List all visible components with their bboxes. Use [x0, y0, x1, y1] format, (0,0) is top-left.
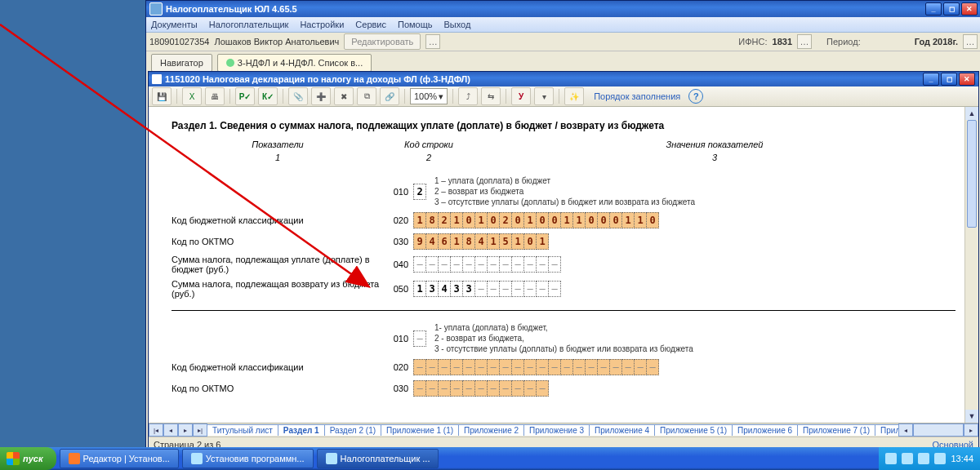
menu-service[interactable]: Сервис — [355, 20, 386, 29]
scroll-up-icon[interactable]: ▲ — [965, 107, 978, 120]
document-list-tab[interactable]: 3-НДФЛ и 4-НДФЛ. Список в... — [217, 54, 372, 72]
doc-minimize-button[interactable]: _ — [923, 73, 939, 86]
info-row: 180901027354 Лошаков Виктор Анатольевич … — [146, 33, 980, 51]
ifns-value: 1831 — [773, 37, 792, 47]
field-b030[interactable]: ––––––––––– — [413, 380, 549, 397]
upload-button[interactable]: У — [511, 87, 531, 105]
field-b020[interactable]: –––––––––––––––––––– — [413, 359, 659, 375]
start-button[interactable]: пуск — [0, 447, 56, 470]
row-b010: 010 – 1- уплата (доплата) в бюджет, 2 - … — [172, 322, 956, 354]
system-tray[interactable]: 13:44 — [879, 447, 980, 470]
col-num-1: 1 — [172, 153, 384, 162]
zoom-select[interactable]: 100%▾ — [410, 88, 448, 104]
tab-prev-icon[interactable]: ◂ — [163, 423, 178, 437]
legend-b010: 1- уплата (доплата) в бюджет, 2 - возвра… — [434, 322, 693, 354]
sheet-tab[interactable]: Приложение 5 (1) — [654, 424, 733, 436]
sheet-tab[interactable]: Приложение 3 — [523, 424, 590, 436]
scroll-down-icon[interactable]: ▼ — [965, 410, 978, 423]
sheet-tab[interactable]: Приложение 8 — [875, 424, 898, 436]
taxpayer-id: 180901027354 — [149, 37, 209, 47]
field-020[interactable]: 18210102010011000110 — [413, 212, 659, 228]
tray-icon-4[interactable] — [934, 453, 946, 464]
sheet-tab[interactable]: Приложение 7 (1) — [797, 424, 875, 436]
col-header-2: Код строки — [384, 140, 474, 149]
sheet-tabs: Титульный листРаздел 1Раздел 2 (1)Прилож… — [207, 424, 898, 436]
tab-first-icon[interactable]: |◂ — [149, 423, 163, 437]
menu-documents[interactable]: Документы — [151, 20, 198, 29]
hscroll-left-icon[interactable]: ◂ — [898, 423, 913, 437]
row-b030: Код по ОКТМО 030 ––––––––––– — [172, 380, 956, 397]
hscroll-thumb[interactable] — [913, 423, 964, 437]
sheet-tab[interactable]: Приложение 4 — [589, 424, 655, 436]
year-picker[interactable]: … — [963, 34, 978, 49]
sheet-tab-bar: |◂ ◂ ▸ ▸| Титульный листРаздел 1Раздел 2… — [149, 423, 978, 437]
col-num-2: 2 — [384, 153, 474, 162]
ifns-picker[interactable]: … — [797, 34, 812, 49]
minimize-button[interactable]: _ — [925, 2, 942, 16]
vertical-scrollbar[interactable]: ▲ ▼ — [964, 107, 978, 423]
tray-icon-3[interactable] — [918, 453, 929, 464]
row-040: Сумма налога, подлежащая уплате (доплате… — [172, 255, 956, 274]
wand-icon[interactable]: ✨ — [564, 87, 584, 105]
tab-last-icon[interactable]: ▸| — [193, 423, 207, 437]
fill-order-link[interactable]: Порядок заполнения — [594, 91, 680, 101]
menu-settings[interactable]: Настройки — [300, 20, 344, 29]
tab-next-icon[interactable]: ▸ — [178, 423, 193, 437]
export-icon[interactable]: ⤴ — [458, 87, 478, 105]
row-020: Код бюджетной классификации 020 18210102… — [172, 212, 956, 228]
task-button-3[interactable]: Налогоплательщик ... — [317, 449, 439, 468]
refresh-icon — [226, 59, 234, 67]
field-010[interactable]: 2 — [413, 184, 426, 200]
sheet-tab[interactable]: Титульный лист — [207, 424, 278, 436]
sheet-tab[interactable]: Приложение 1 (1) — [381, 424, 459, 436]
row-050: Сумма налога, подлежащая возврату из бюд… — [172, 279, 956, 299]
opera-icon — [69, 453, 80, 464]
tray-icon-1[interactable] — [885, 453, 897, 464]
hscroll-right-icon[interactable]: ▸ — [964, 423, 978, 437]
copy-page-icon[interactable]: ⧉ — [357, 87, 376, 105]
clock: 13:44 — [951, 454, 973, 463]
help-icon[interactable]: ? — [688, 89, 703, 104]
tray-icon-2[interactable] — [902, 453, 913, 464]
save-icon[interactable]: 💾 — [152, 87, 172, 105]
check-r-button[interactable]: Р✓ — [235, 87, 255, 105]
print-icon[interactable]: 🖶 — [205, 87, 225, 105]
doc-maximize-button[interactable]: ◻ — [941, 73, 957, 86]
field-040[interactable]: –––––––––––– — [413, 256, 561, 273]
sheet-tab[interactable]: Приложение 6 — [732, 424, 798, 436]
menu-exit[interactable]: Выход — [444, 20, 471, 29]
check-k-button[interactable]: К✓ — [258, 87, 278, 105]
task-button-2[interactable]: Установив программн... — [182, 449, 314, 468]
col-header-1: Показатели — [172, 140, 384, 149]
excel-icon[interactable]: X — [182, 87, 202, 105]
app-icon — [149, 2, 163, 16]
dropdown-icon[interactable]: ▾ — [534, 87, 554, 105]
ifns-label: ИФНС: — [738, 37, 767, 47]
field-b010[interactable]: – — [413, 330, 426, 347]
more-button[interactable]: … — [425, 34, 440, 49]
field-030[interactable]: 94618415101 — [413, 233, 549, 250]
app-window: Налогоплательщик ЮЛ 4.65.5 _ ◻ ✕ Докумен… — [145, 0, 980, 455]
doc-close-button[interactable]: ✕ — [959, 73, 975, 86]
task-button-1[interactable]: Редактор | Установ... — [60, 449, 179, 468]
navigator-button[interactable]: Навигатор — [151, 54, 212, 72]
sheet-tab[interactable]: Приложение 2 — [458, 424, 524, 436]
link-icon[interactable]: 🔗 — [380, 87, 399, 105]
compare-icon[interactable]: ⇆ — [481, 87, 501, 105]
menu-taxpayer[interactable]: Налогоплательщик — [209, 20, 289, 29]
scroll-thumb[interactable] — [967, 120, 977, 228]
clip-icon[interactable]: 📎 — [288, 87, 308, 105]
window-icon — [191, 453, 203, 464]
title-bar: Налогоплательщик ЮЛ 4.65.5 _ ◻ ✕ — [146, 1, 980, 17]
sheet-tab[interactable]: Раздел 2 (1) — [324, 424, 381, 436]
add-page-icon[interactable]: ➕ — [311, 87, 331, 105]
menu-help[interactable]: Помощь — [398, 20, 433, 29]
maximize-button[interactable]: ◻ — [943, 2, 960, 16]
close-button[interactable]: ✕ — [961, 2, 978, 16]
sheet-tab[interactable]: Раздел 1 — [278, 424, 325, 436]
field-050[interactable]: 13433––––––– — [413, 281, 561, 297]
form-page: Раздел 1. Сведения о суммах налога, подл… — [149, 107, 978, 408]
remove-page-icon[interactable]: ✖ — [334, 87, 354, 105]
windows-logo-icon — [7, 452, 20, 465]
edit-button[interactable]: Редактировать — [344, 33, 421, 50]
